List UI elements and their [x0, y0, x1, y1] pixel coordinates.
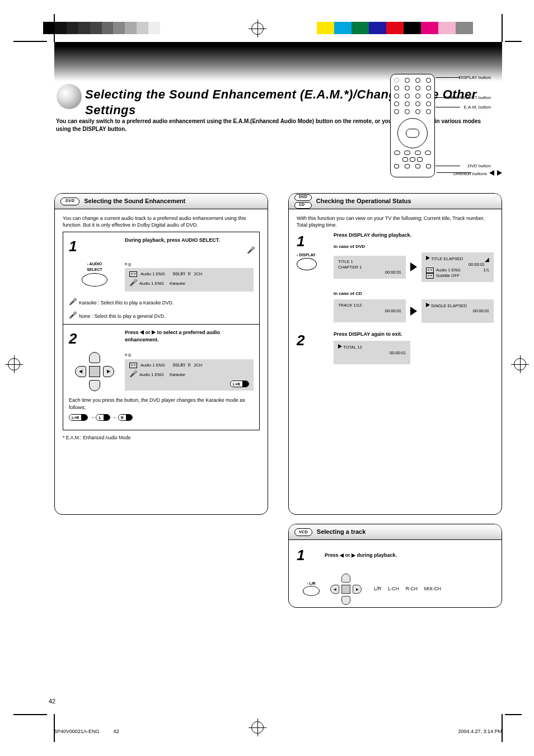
step-number: 2	[69, 329, 120, 349]
step-number: 2	[297, 331, 329, 350]
cd-badge: CD	[294, 202, 312, 209]
mode-cycle-text: Each time you press the button, the DVD …	[69, 397, 254, 410]
crop-mark	[13, 714, 47, 715]
footer-filename: 5P40V00021A-ENG 42	[54, 729, 119, 735]
section-title: Selecting the Sound Enhancement	[84, 198, 185, 205]
callout-display-button: DISPLAY button	[458, 75, 491, 81]
audio-select-button-icon	[82, 273, 107, 287]
grayscale-calibration-bar	[43, 22, 172, 34]
crop-mark	[54, 14, 55, 42]
direction-pad-icon: ◀ ▶	[75, 352, 114, 391]
callout-dvd-button: DVD button	[468, 163, 491, 169]
registration-mark-icon	[251, 721, 264, 734]
lr-button-icon	[303, 586, 320, 596]
color-calibration-bar	[317, 22, 490, 34]
right-arrow-icon	[410, 307, 417, 316]
osd-panel: Audio 1 ENG DOLBY D 2CH Audio 1 ENG Kara…	[125, 268, 254, 292]
registration-mark-icon	[251, 22, 264, 35]
page-number: 42	[49, 698, 55, 706]
crop-mark	[502, 14, 503, 42]
header-gradient	[54, 42, 502, 81]
angle-icon: ◢	[485, 256, 489, 263]
crop-mark	[505, 41, 522, 42]
l-badge: L	[96, 414, 110, 421]
osd-panel: TOTAL 12 00:00:01	[334, 341, 410, 364]
r-badge: R	[118, 414, 133, 421]
play-icon	[426, 256, 430, 260]
osd-panel: TITLE 1 CHAPTER 1 00:00:01	[334, 256, 406, 279]
osd-panel: SINGLE ELAPSED 00:00:01	[421, 299, 494, 323]
section-title: Checking the Operational Status	[316, 198, 411, 205]
subtitle-icon	[129, 271, 137, 277]
callout-direction-buttons: Direction buttons	[453, 170, 502, 177]
display-button-icon	[297, 258, 317, 270]
lr-badge: L+R	[69, 414, 88, 421]
step-number: 1	[297, 232, 329, 251]
mic-icon	[247, 247, 254, 256]
mic-icon	[69, 312, 76, 321]
mic-icon	[129, 279, 136, 288]
osd-panel: TRACK 1/12 00:00:01	[334, 299, 406, 322]
step-number: 1	[297, 546, 320, 565]
osd-panel: Audio 1 ENG DOLBY D 2CH Audio 1 ENG Kara…	[125, 359, 254, 391]
dvd-badge: DVD	[60, 198, 79, 205]
subtitle-icon	[129, 363, 137, 368]
registration-mark-icon	[514, 358, 526, 370]
step-title: During playback, press AUDIO SELECT.	[125, 237, 254, 243]
subtitle-icon	[426, 273, 434, 279]
step-title: Press or Press ◀ or ▶ to select a prefer…	[125, 329, 254, 343]
play-icon	[426, 303, 430, 307]
footnote: * E.A.M.: Enhanced Audio Mode	[63, 435, 260, 441]
section-sound-enhancement: DVD Selecting the Sound Enhancement You …	[54, 193, 268, 515]
mic-icon	[129, 370, 136, 379]
crop-mark	[13, 41, 47, 42]
osd-panel: TITLE ELAPSED ◢ 00:00:01 Audio 1 ENG 1/1…	[421, 252, 494, 282]
step-number: 1	[69, 237, 120, 256]
footer-timestamp: 2004.4.27, 3:14 PM	[458, 729, 502, 735]
vcd-badge: VCD	[294, 528, 312, 536]
section-sphere-icon	[57, 84, 82, 109]
direction-pad-icon: ◀▶	[330, 574, 362, 605]
dvd-badge: DVD	[294, 194, 312, 201]
step-title: Press DISPLAY again to exit.	[334, 331, 494, 337]
mode-sequence: L/R L-CH R-CH MIX-CH	[374, 586, 494, 592]
play-icon	[338, 344, 342, 349]
audio-icon	[426, 267, 434, 273]
callout-eam-button: E.A.M. button	[464, 105, 491, 110]
section-title: Selecting a track	[317, 528, 366, 536]
mic-icon	[69, 298, 76, 307]
section-selecting-track: VCD Selecting a track 1 Press ◀ or ▶ dur…	[288, 524, 502, 608]
step-title: Press ◀ or ▶ during playback.	[325, 552, 494, 558]
crop-mark	[505, 714, 522, 715]
remote-control-diagram: DISPLAY button AUDIO SELECT button E.A.M…	[379, 79, 502, 191]
section-intro: With this function you can view on your …	[297, 215, 494, 228]
right-arrow-icon	[410, 262, 417, 271]
step-title: Press DISPLAY during playback.	[334, 232, 494, 238]
callout-audio-select-button: AUDIO SELECT button	[444, 95, 491, 101]
section-operational-status: DVD CD Checking the Operational Status W…	[288, 193, 502, 515]
section-intro: You can change a current audio track to …	[63, 215, 260, 228]
registration-mark-icon	[8, 358, 20, 370]
